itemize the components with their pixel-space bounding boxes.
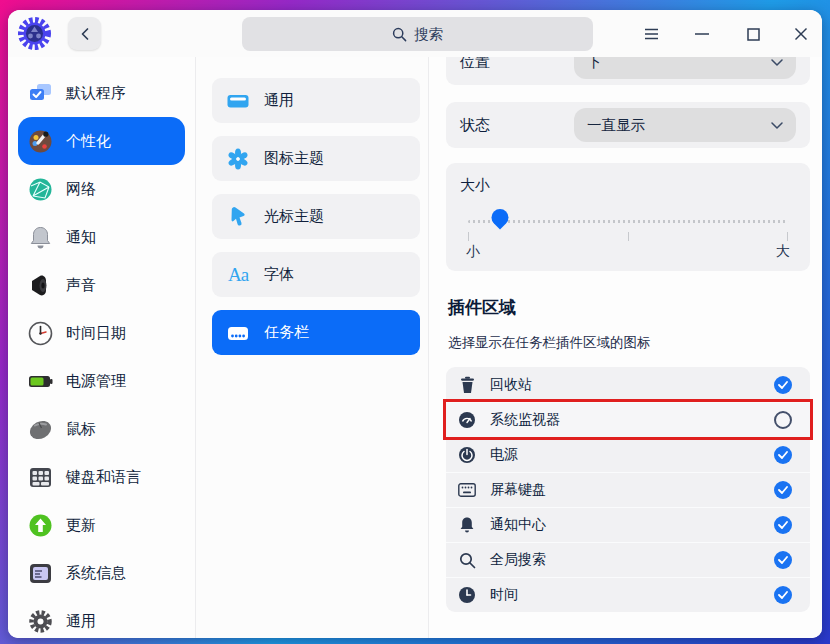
plugin-label: 电源 [490, 446, 518, 464]
plugin-row-system-monitor[interactable]: 系统监视器 [446, 402, 810, 437]
checked-toggle[interactable] [774, 446, 792, 464]
subnav-item-label: 通用 [264, 91, 294, 110]
chevron-down-icon [771, 59, 783, 66]
close-button[interactable] [787, 20, 815, 48]
sidebar-item-label: 电源管理 [66, 372, 126, 391]
subnav-item-font[interactable]: Aa 字体 [212, 252, 420, 297]
plugin-row-power[interactable]: 电源 [446, 437, 810, 472]
taskbar-settings-panel: 位置 下 状态 一直显示 大小 [429, 57, 822, 638]
status-value: 一直显示 [587, 116, 645, 135]
chevron-left-icon [79, 27, 91, 41]
sidebar-item-label: 键盘和语言 [66, 468, 141, 487]
titlebar: 搜索 [8, 10, 822, 57]
flower-icon [225, 146, 251, 172]
trash-icon [458, 376, 476, 394]
plugin-list: 回收站 系统监视器 [446, 367, 810, 612]
menu-button[interactable] [637, 20, 665, 48]
notification-bell-icon [458, 516, 476, 534]
plugin-row-global-search[interactable]: 全局搜索 [446, 542, 810, 577]
plugin-row-trash[interactable]: 回收站 [446, 367, 810, 402]
checked-toggle[interactable] [774, 516, 792, 534]
chevron-down-icon [771, 122, 783, 129]
update-icon [27, 512, 54, 539]
sidebar-item-general[interactable]: 通用 [18, 597, 185, 638]
speaker-icon [27, 272, 54, 299]
sidebar-item-label: 系统信息 [66, 564, 126, 583]
sidebar-item-notification[interactable]: 通知 [18, 213, 185, 261]
unchecked-toggle[interactable] [774, 411, 792, 429]
hamburger-icon [644, 28, 659, 40]
checked-toggle[interactable] [774, 481, 792, 499]
subnav-item-taskbar[interactable]: 任务栏 [212, 310, 420, 355]
sidebar-item-label: 网络 [66, 180, 96, 199]
subnav-item-label: 任务栏 [264, 323, 309, 342]
power-icon [458, 446, 476, 464]
personalization-subnav: 通用 图标主题 [196, 57, 429, 638]
sidebar-item-update[interactable]: 更新 [18, 501, 185, 549]
taskbar-icon [225, 320, 251, 346]
sidebar-item-label: 更新 [66, 516, 96, 535]
sidebar-item-label: 通知 [66, 228, 96, 247]
system-info-icon [27, 560, 54, 587]
search-placeholder: 搜索 [414, 25, 443, 44]
status-row: 状态 一直显示 [446, 102, 810, 148]
size-slider-track[interactable] [468, 220, 788, 223]
sidebar-item-system-info[interactable]: 系统信息 [18, 549, 185, 597]
size-slider-handle[interactable] [488, 205, 512, 229]
position-row: 位置 下 [446, 57, 810, 85]
size-max-label: 大 [776, 243, 790, 261]
maximize-icon [747, 28, 760, 41]
minimize-button[interactable] [688, 20, 716, 48]
back-button[interactable] [68, 17, 101, 50]
plugin-area-subtitle: 选择显示在任务栏插件区域的图标 [448, 334, 810, 352]
cursor-icon [225, 204, 251, 230]
sidebar-item-network[interactable]: 网络 [18, 165, 185, 213]
sidebar-item-label: 时间日期 [66, 324, 126, 343]
search-icon [392, 27, 407, 42]
checked-toggle[interactable] [774, 586, 792, 604]
default-apps-icon [27, 80, 54, 107]
subnav-item-label: 光标主题 [264, 207, 324, 226]
checked-toggle[interactable] [774, 376, 792, 394]
sidebar-item-keyboard-language[interactable]: 键盘和语言 [18, 453, 185, 501]
close-icon [794, 27, 808, 41]
sidebar-item-datetime[interactable]: 时间日期 [18, 309, 185, 357]
plugin-label: 系统监视器 [490, 411, 560, 429]
control-center-window: 搜索 [8, 10, 822, 638]
sidebar-item-mouse[interactable]: 鼠标 [18, 405, 185, 453]
bell-icon [27, 224, 54, 251]
plugin-label: 时间 [490, 586, 518, 604]
plugin-area-title: 插件区域 [448, 296, 810, 319]
sidebar-item-default-apps[interactable]: 默认程序 [18, 69, 185, 117]
subnav-item-cursor-theme[interactable]: 光标主题 [212, 194, 420, 239]
sidebar-item-label: 鼠标 [66, 420, 96, 439]
subnav-item-label: 图标主题 [264, 149, 324, 168]
sidebar-item-sound[interactable]: 声音 [18, 261, 185, 309]
sidebar-item-power-management[interactable]: 电源管理 [18, 357, 185, 405]
minimize-icon [695, 32, 709, 36]
plugin-row-onscreen-keyboard[interactable]: 屏幕键盘 [446, 472, 810, 507]
sidebar-item-label: 个性化 [66, 132, 111, 151]
checked-toggle[interactable] [774, 551, 792, 569]
position-dropdown[interactable]: 下 [574, 57, 796, 79]
sidebar-item-label: 通用 [66, 612, 96, 631]
position-label: 位置 [460, 57, 490, 72]
network-icon [27, 176, 54, 203]
search-input[interactable]: 搜索 [242, 17, 593, 51]
time-icon [458, 586, 476, 604]
plugin-row-notification-center[interactable]: 通知中心 [446, 507, 810, 542]
plugin-label: 全局搜索 [490, 551, 546, 569]
maximize-button[interactable] [739, 20, 767, 48]
status-label: 状态 [460, 116, 490, 135]
subnav-item-icon-theme[interactable]: 图标主题 [212, 136, 420, 181]
size-slider[interactable] [468, 216, 788, 228]
status-dropdown[interactable]: 一直显示 [574, 108, 796, 142]
system-monitor-icon [458, 411, 476, 429]
position-value: 下 [587, 57, 602, 72]
plugin-row-time[interactable]: 时间 [446, 577, 810, 612]
sidebar-item-personalization[interactable]: 个性化 [18, 117, 185, 165]
plugin-label: 回收站 [490, 376, 532, 394]
font-aa-icon: Aa [225, 262, 251, 288]
subnav-item-general[interactable]: 通用 [212, 78, 420, 123]
sidebar-item-label: 声音 [66, 276, 96, 295]
